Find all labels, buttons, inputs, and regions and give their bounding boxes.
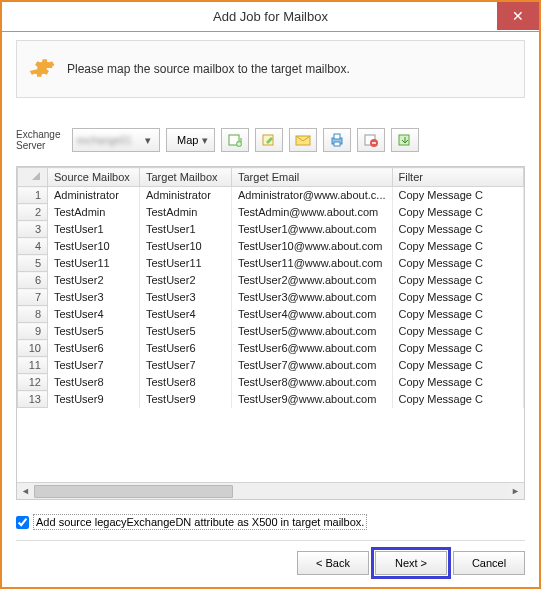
cell-filter: Copy Message C [392,221,524,238]
table-row[interactable]: 5TestUser11TestUser11TestUser11@www.abou… [18,255,524,272]
cell-filter: Copy Message C [392,187,524,204]
row-number: 9 [18,323,48,340]
cell-source: TestUser4 [48,306,140,323]
col-rownum[interactable] [18,168,48,187]
row-number: 2 [18,204,48,221]
cell-target: TestUser1 [140,221,232,238]
cell-filter: Copy Message C [392,391,524,408]
table-row[interactable]: 7TestUser3TestUser3TestUser3@www.about.c… [18,289,524,306]
svg-rect-7 [334,134,340,139]
row-number: 7 [18,289,48,306]
cell-target: TestUser6 [140,340,232,357]
cell-filter: Copy Message C [392,272,524,289]
row-number: 12 [18,374,48,391]
server-value: exchange01 [77,135,141,146]
row-number: 10 [18,340,48,357]
export-button[interactable] [391,128,419,152]
col-email[interactable]: Target Email [232,168,393,187]
cell-target: TestAdmin [140,204,232,221]
cell-filter: Copy Message C [392,204,524,221]
legacy-dn-checkbox[interactable] [16,516,29,529]
row-number: 6 [18,272,48,289]
table-row[interactable]: 4TestUser10TestUser10TestUser10@www.abou… [18,238,524,255]
cell-target: TestUser7 [140,357,232,374]
cell-email: TestUser2@www.about.com [232,272,393,289]
toolbar: Exchange Server exchange01 ▾ Map ▾ [16,128,525,152]
table-row[interactable]: 10TestUser6TestUser6TestUser6@www.about.… [18,340,524,357]
cell-email: TestUser10@www.about.com [232,238,393,255]
col-filter[interactable]: Filter [392,168,524,187]
cell-email: TestUser5@www.about.com [232,323,393,340]
table-row[interactable]: 13TestUser9TestUser9TestUser9@www.about.… [18,391,524,408]
table-row[interactable]: 6TestUser2TestUser2TestUser2@www.about.c… [18,272,524,289]
cell-source: TestUser7 [48,357,140,374]
cell-target: Administrator [140,187,232,204]
row-number: 5 [18,255,48,272]
cell-email: TestUser6@www.about.com [232,340,393,357]
exchange-server-label: Exchange Server [16,129,66,151]
cell-email: TestUser8@www.about.com [232,374,393,391]
table-row[interactable]: 12TestUser8TestUser8TestUser8@www.about.… [18,374,524,391]
cell-filter: Copy Message C [392,340,524,357]
cell-target: TestUser11 [140,255,232,272]
row-number: 4 [18,238,48,255]
cell-source: TestUser5 [48,323,140,340]
window-title: Add Job for Mailbox [213,9,328,24]
next-button[interactable]: Next > [375,551,447,575]
row-number: 8 [18,306,48,323]
scroll-thumb[interactable] [34,485,233,498]
close-button[interactable]: ✕ [497,2,539,30]
cancel-button[interactable]: Cancel [453,551,525,575]
legacy-dn-label[interactable]: Add source legacyExchangeDN attribute as… [33,514,367,530]
chevron-down-icon: ▾ [202,134,208,147]
cell-source: TestUser9 [48,391,140,408]
add-row-button[interactable] [221,128,249,152]
cell-source: Administrator [48,187,140,204]
cell-filter: Copy Message C [392,289,524,306]
table-row[interactable]: 9TestUser5TestUser5TestUser5@www.about.c… [18,323,524,340]
scroll-right-icon[interactable]: ► [507,483,524,500]
cell-source: TestUser6 [48,340,140,357]
cell-filter: Copy Message C [392,357,524,374]
cell-email: TestAdmin@www.about.com [232,204,393,221]
table-header: Source Mailbox Target Mailbox Target Ema… [18,168,524,187]
row-number: 13 [18,391,48,408]
col-target[interactable]: Target Mailbox [140,168,232,187]
cell-source: TestUser2 [48,272,140,289]
cell-target: TestUser4 [140,306,232,323]
cell-source: TestUser11 [48,255,140,272]
cell-filter: Copy Message C [392,323,524,340]
table-row[interactable]: 2TestAdminTestAdminTestAdmin@www.about.c… [18,204,524,221]
titlebar: Add Job for Mailbox ✕ [2,2,539,32]
gear-icon [29,55,55,83]
info-panel: Please map the source mailbox to the tar… [16,40,525,98]
cell-filter: Copy Message C [392,238,524,255]
horizontal-scrollbar[interactable]: ◄ ► [17,482,524,499]
table-row[interactable]: 8TestUser4TestUser4TestUser4@www.about.c… [18,306,524,323]
scroll-left-icon[interactable]: ◄ [17,483,34,500]
edit-row-button[interactable] [255,128,283,152]
mailbox-table: Source Mailbox Target Mailbox Target Ema… [16,166,525,500]
cell-filter: Copy Message C [392,255,524,272]
table-row[interactable]: 1AdministratorAdministratorAdministrator… [18,187,524,204]
envelope-button[interactable] [289,128,317,152]
cell-source: TestUser1 [48,221,140,238]
chevron-down-icon: ▾ [141,134,155,147]
table-row[interactable]: 11TestUser7TestUser7TestUser7@www.about.… [18,357,524,374]
print-button[interactable] [323,128,351,152]
back-button[interactable]: < Back [297,551,369,575]
cell-source: TestUser8 [48,374,140,391]
map-button[interactable]: Map ▾ [166,128,215,152]
table-body: 1AdministratorAdministratorAdministrator… [18,187,524,408]
delete-button[interactable] [357,128,385,152]
scroll-track[interactable] [34,483,507,500]
cell-email: TestUser9@www.about.com [232,391,393,408]
svg-rect-8 [334,142,340,146]
cell-email: Administrator@www.about.c... [232,187,393,204]
row-number: 3 [18,221,48,238]
cell-email: TestUser7@www.about.com [232,357,393,374]
table-row[interactable]: 3TestUser1TestUser1TestUser1@www.about.c… [18,221,524,238]
map-button-label: Map [177,134,198,146]
exchange-server-select[interactable]: exchange01 ▾ [72,128,160,152]
col-source[interactable]: Source Mailbox [48,168,140,187]
